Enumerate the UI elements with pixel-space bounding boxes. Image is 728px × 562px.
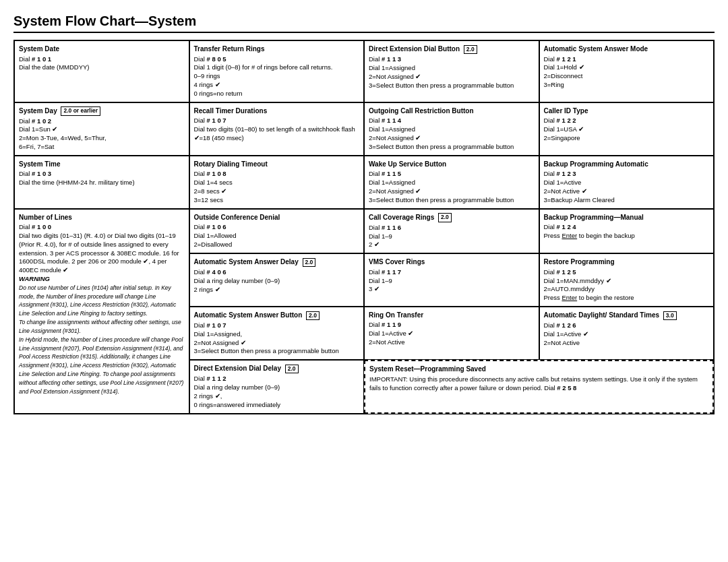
recall-timer-title: Recall Timer Durations <box>194 106 360 116</box>
auto-daylight-cell: Automatic Daylight/ Standard Times 3.0 D… <box>539 307 715 360</box>
recall-timer-cell: Recall Timer Durations Dial # 1 0 7 Dial… <box>189 102 365 156</box>
page-title: System Flow Chart—System <box>13 13 715 33</box>
caller-id-content: Dial # 1 2 2 Dial 1=USA ✔ 2=Singapore <box>544 117 584 142</box>
system-reset-cell: System Reset—Programming Saved IMPORTANT… <box>364 360 714 413</box>
call-coverage-title: Call Coverage Rings 2.0 <box>369 213 535 222</box>
backup-auto-title: Backup Programming Automatic <box>544 160 710 169</box>
restore-content: Dial # 1 2 5 Dial 1=MAN.mmddyy ✔ 2=AUTO.… <box>544 268 634 301</box>
caller-id-title: Caller ID Type <box>544 106 710 116</box>
backup-manual-cell: Backup Programming—Manual Dial # 1 2 4 P… <box>539 209 715 254</box>
auto-answer-button-content: Dial # 1 0 7 Dial 1=Assigned, 2=Not Assi… <box>194 321 339 354</box>
ring-on-transfer-cell: Ring On Transfer Dial # 1 1 9 Dial 1=Act… <box>364 307 539 360</box>
system-date-title: System Date <box>19 44 185 54</box>
wakeup-cell: Wake Up Service Button Dial # 1 1 5 Dial… <box>364 156 539 209</box>
rotary-dialing-cell: Rotary Dialing Timeout Dial # 1 0 8 Dial… <box>189 156 365 209</box>
direct-ext-badge: 2.0 <box>464 45 477 54</box>
backup-manual-title: Backup Programming—Manual <box>544 213 710 222</box>
outgoing-call-content: Dial # 1 1 4 Dial 1=Assigned 2=Not Assig… <box>369 117 514 150</box>
system-time-title: System Time <box>19 160 185 169</box>
system-date-content: Dial # 1 0 1 Dial the date (MMDDYY) <box>19 55 90 71</box>
auto-answer-delay-badge: 2.0 <box>303 258 316 267</box>
direct-ext-delay-content: Dial # 1 1 2 Dial a ring delay number (0… <box>194 375 281 408</box>
outside-conf-content: Dial # 1 0 6 Dial 1=Allowed 2=Disallowed <box>194 223 237 248</box>
call-coverage-cell: Call Coverage Rings 2.0 Dial # 1 1 6 Dia… <box>364 209 539 254</box>
backup-auto-content: Dial # 1 2 3 Dial 1=Active 2=Not Active … <box>544 170 615 203</box>
vms-cover-title: VMS Cover Rings <box>369 257 535 267</box>
system-date-cell: System Date Dial # 1 0 1 Dial the date (… <box>14 40 189 102</box>
transfer-return-title: Transfer Return Rings <box>194 44 360 54</box>
system-day-content: Dial # 1 0 2 Dial 1=Sun ✔ 2=Mon 3-Tue, 4… <box>19 117 107 150</box>
auto-answer-button-badge: 2.0 <box>306 311 320 320</box>
auto-answer-mode-cell: Automatic System Answer Mode Dial # 1 2 … <box>539 40 715 102</box>
system-time-cell: System Time Dial # 1 0 3 Dial the time (… <box>14 156 189 209</box>
flow-chart-grid: System Date Dial # 1 0 1 Dial the date (… <box>13 40 715 414</box>
outside-conf-cell: Outside Conference Denial Dial # 1 0 6 D… <box>189 209 365 254</box>
transfer-return-cell: Transfer Return Rings Dial # 8 0 5 Dial … <box>189 40 365 102</box>
transfer-return-content: Dial # 8 0 5 Dial 1 digit (0–8) for # of… <box>194 55 333 97</box>
direct-ext-button-cell: Direct Extension Dial Button 2.0 Dial # … <box>364 40 539 102</box>
vms-cover-cell: VMS Cover Rings Dial # 1 1 7 Dial 1–9 3 … <box>364 253 539 307</box>
restore-cell: Restore Programming Dial # 1 2 5 Dial 1=… <box>539 253 715 307</box>
vms-cover-content: Dial # 1 1 7 Dial 1–9 3 ✔ <box>369 268 401 293</box>
number-of-lines-cell: Number of Lines Dial # 1 0 0 Dial two di… <box>14 209 189 414</box>
outgoing-call-cell: Outgoing Call Restriction Button Dial # … <box>364 102 539 156</box>
backup-manual-content: Dial # 1 2 4 Press Enter to begin the ba… <box>544 223 635 239</box>
ring-on-transfer-title: Ring On Transfer <box>369 311 535 320</box>
auto-answer-delay-title: Automatic System Answer Delay 2.0 <box>194 257 360 267</box>
direct-ext-button-title: Direct Extension Dial Button 2.0 <box>369 44 535 54</box>
auto-daylight-title: Automatic Daylight/ Standard Times 3.0 <box>544 311 710 320</box>
call-coverage-content: Dial # 1 1 6 Dial 1–9 2 ✔ <box>369 224 401 249</box>
wakeup-title: Wake Up Service Button <box>369 160 535 169</box>
backup-auto-cell: Backup Programming Automatic Dial # 1 2 … <box>539 156 715 209</box>
direct-ext-button-content: Dial # 1 1 3 Dial 1=Assigned 2=Not Assig… <box>369 55 514 88</box>
system-day-badge: 2.0 or earlier <box>61 106 100 115</box>
outside-conf-title: Outside Conference Denial <box>194 213 360 222</box>
system-day-title: System Day 2.0 or earlier <box>19 106 185 116</box>
auto-answer-button-cell: Automatic System Answer Button 2.0 Dial … <box>189 307 365 360</box>
direct-ext-delay-badge: 2.0 <box>285 365 299 373</box>
auto-answer-delay-cell: Automatic System Answer Delay 2.0 Dial #… <box>189 253 365 307</box>
rotary-dialing-content: Dial # 1 0 8 Dial 1=4 secs 2=8 secs ✔ 3=… <box>194 170 233 203</box>
direct-ext-delay-cell: Direct Extension Dial Delay 2.0 Dial # 1… <box>189 360 365 413</box>
number-of-lines-title: Number of Lines <box>19 213 185 222</box>
system-reset-content: IMPORTANT: Using this procedure disconne… <box>369 375 698 392</box>
auto-answer-mode-content: Dial # 1 2 1 Dial 1=Hold ✔ 2=Disconnect … <box>544 55 584 88</box>
number-of-lines-content: Dial # 1 0 0 Dial two digits (01–31) (R.… <box>19 223 183 394</box>
outgoing-call-title: Outgoing Call Restriction Button <box>369 106 535 116</box>
system-time-content: Dial # 1 0 3 Dial the time (HHMM-24 hr. … <box>19 170 135 186</box>
ring-on-transfer-content: Dial # 1 1 9 Dial 1=Active ✔ 2=Not Activ… <box>369 321 413 346</box>
auto-answer-delay-content: Dial # 4 0 6 Dial a ring delay number (0… <box>194 268 280 293</box>
caller-id-cell: Caller ID Type Dial # 1 2 2 Dial 1=USA ✔… <box>539 102 715 156</box>
call-coverage-badge: 2.0 <box>438 213 452 222</box>
auto-daylight-badge: 3.0 <box>663 311 677 320</box>
auto-answer-mode-title: Automatic System Answer Mode <box>544 44 710 54</box>
auto-answer-button-title: Automatic System Answer Button 2.0 <box>194 311 360 320</box>
rotary-dialing-title: Rotary Dialing Timeout <box>194 160 360 169</box>
direct-ext-delay-title: Direct Extension Dial Delay 2.0 <box>194 364 360 373</box>
wakeup-content: Dial # 1 1 5 Dial 1=Assigned 2=Not Assig… <box>369 170 514 203</box>
recall-timer-content: Dial # 1 0 7 Dial two digits (01–80) to … <box>194 117 355 142</box>
system-day-cell: System Day 2.0 or earlier Dial # 1 0 2 D… <box>14 102 189 156</box>
auto-daylight-content: Dial # 1 2 6 Dial 1=Active ✔ 2=Not Activ… <box>544 321 588 346</box>
system-reset-title: System Reset—Programming Saved <box>369 365 708 374</box>
restore-title: Restore Programming <box>544 257 710 267</box>
